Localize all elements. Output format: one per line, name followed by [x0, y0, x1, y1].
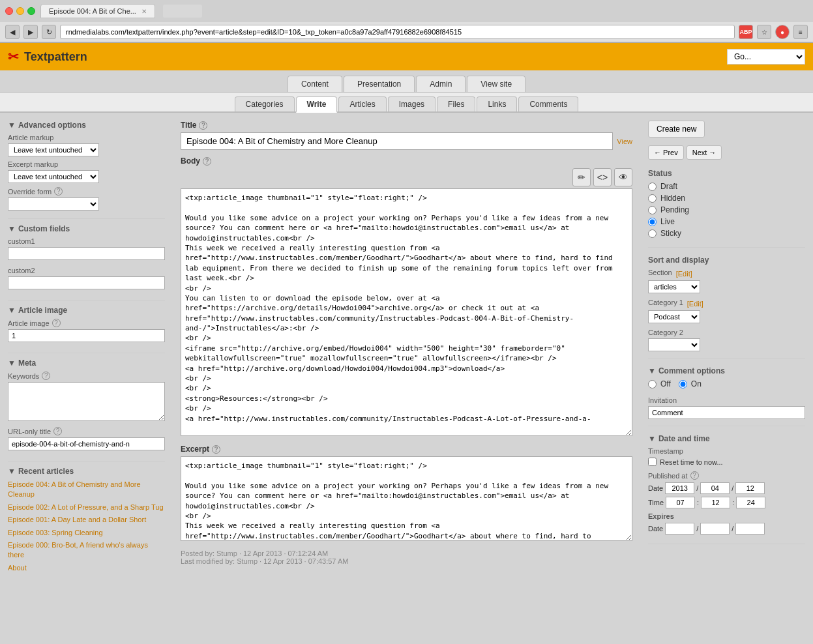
- meta-toggle[interactable]: ▼ Meta: [8, 359, 165, 368]
- divider-4: [8, 461, 165, 461]
- recent-article-6[interactable]: About: [8, 563, 165, 573]
- recent-article-4[interactable]: Episode 003: Spring Cleaning: [8, 528, 165, 538]
- time-min-input[interactable]: [701, 497, 730, 508]
- browser-tab[interactable]: Episode 004: A Bit of Che... ✕: [40, 4, 155, 18]
- date-day-input[interactable]: [735, 482, 765, 494]
- tab-view-site[interactable]: View site: [467, 76, 525, 92]
- browser-chrome: Episode 004: A Bit of Che... ✕ ◀ ▶ ↻ ABP…: [0, 0, 813, 43]
- record-icon[interactable]: ●: [775, 25, 790, 39]
- minimize-button[interactable]: [16, 7, 24, 15]
- date-label: Date: [648, 484, 663, 492]
- article-markup-select[interactable]: Leave text untouched Textile Markdown: [8, 143, 99, 156]
- next-button[interactable]: Next →: [687, 145, 722, 160]
- category2-select[interactable]: [648, 338, 700, 351]
- section-select[interactable]: articles: [648, 280, 700, 293]
- override-form-help-icon[interactable]: ?: [54, 187, 63, 196]
- article-image-input[interactable]: [8, 329, 165, 342]
- status-hidden[interactable]: Hidden: [648, 194, 805, 203]
- body-help-icon[interactable]: ?: [203, 157, 211, 166]
- divider-2: [8, 300, 165, 300]
- custom2-input[interactable]: [8, 276, 165, 289]
- excerpt-textarea[interactable]: <txp:article_image thumbnail="1" style="…: [181, 456, 632, 541]
- excerpt-markup-select[interactable]: Leave text untouched Textile Markdown: [8, 170, 99, 183]
- sub-tab-comments[interactable]: Comments: [518, 96, 578, 111]
- time-hour-input[interactable]: [666, 497, 695, 508]
- expires-year-input[interactable]: [665, 523, 694, 534]
- sub-tab-links[interactable]: Links: [477, 96, 517, 111]
- view-link[interactable]: View: [617, 138, 632, 145]
- custom1-input[interactable]: [8, 247, 165, 260]
- comment-off-option[interactable]: Off: [648, 379, 671, 388]
- status-draft[interactable]: Draft: [648, 182, 805, 191]
- forward-button[interactable]: ▶: [23, 25, 38, 39]
- article-image-toggle[interactable]: ▼ Article image: [8, 306, 165, 315]
- prev-button[interactable]: ← Prev: [648, 145, 684, 160]
- keywords-help-icon[interactable]: ?: [42, 372, 50, 380]
- go-select[interactable]: Go...: [727, 49, 805, 65]
- recent-article-1[interactable]: Episode 004: A Bit of Chemistry and More…: [8, 480, 165, 500]
- tab-presentation[interactable]: Presentation: [344, 76, 415, 92]
- code-button[interactable]: <>: [593, 168, 612, 186]
- recent-articles-toggle[interactable]: ▼ Recent articles: [8, 467, 165, 476]
- status-live-label: Live: [660, 217, 675, 226]
- address-bar[interactable]: [60, 25, 735, 39]
- sub-tab-files[interactable]: Files: [437, 96, 475, 111]
- bookmark-icon[interactable]: ☆: [757, 25, 771, 39]
- reset-time-checkbox[interactable]: [648, 458, 657, 466]
- url-only-help-icon[interactable]: ?: [53, 427, 62, 435]
- override-form-select[interactable]: [8, 198, 99, 211]
- custom-fields-toggle[interactable]: ▼ Custom fields: [8, 224, 165, 233]
- reset-time-label: Reset time to now...: [660, 458, 723, 466]
- status-live[interactable]: Live: [648, 217, 805, 226]
- excerpt-help-icon[interactable]: ?: [212, 445, 220, 454]
- sub-tab-images[interactable]: Images: [388, 96, 436, 111]
- category1-select[interactable]: Podcast: [648, 310, 700, 323]
- refresh-button[interactable]: ↻: [42, 25, 56, 39]
- comment-on-option[interactable]: On: [679, 379, 702, 388]
- status-pending[interactable]: Pending: [648, 205, 805, 214]
- body-editor-container: <txp:article_image thumbnail="1" style="…: [181, 188, 632, 438]
- recent-article-5[interactable]: Episode 000: Bro-Bot, A friend who's alw…: [8, 540, 165, 561]
- expires-month-input[interactable]: [700, 523, 730, 534]
- date-time-toggle[interactable]: ▼ Date and time: [648, 434, 805, 443]
- published-at-help-icon[interactable]: ?: [690, 471, 699, 480]
- section-edit-link[interactable]: [Edit]: [676, 270, 692, 278]
- preview-button[interactable]: 👁: [614, 168, 632, 186]
- create-new-button[interactable]: Create new: [648, 121, 705, 138]
- status-sticky-label: Sticky: [660, 229, 681, 238]
- time-sec-input[interactable]: [736, 497, 765, 508]
- invitation-input[interactable]: [648, 406, 805, 419]
- maximize-button[interactable]: [27, 7, 35, 15]
- recent-articles-arrow: ▼: [8, 467, 16, 476]
- keywords-textarea[interactable]: [8, 382, 165, 421]
- expires-day-input[interactable]: [735, 523, 765, 534]
- invitation-label: Invitation: [648, 396, 805, 404]
- tab-content[interactable]: Content: [288, 76, 342, 92]
- body-textarea[interactable]: <txp:article_image thumbnail="1" style="…: [181, 188, 632, 436]
- comment-options-arrow: ▼: [648, 366, 656, 375]
- sub-tab-articles[interactable]: Articles: [338, 96, 386, 111]
- title-input[interactable]: [181, 132, 613, 150]
- url-only-title-input[interactable]: [8, 437, 165, 450]
- comment-options-toggle[interactable]: ▼ Comment options: [648, 366, 805, 375]
- category1-label: Category 1: [648, 299, 683, 306]
- close-button[interactable]: [5, 7, 13, 15]
- recent-article-2[interactable]: Episode 002: A Lot of Pressure, and a Sh…: [8, 503, 165, 512]
- title-help-icon[interactable]: ?: [199, 121, 207, 130]
- date-month-input[interactable]: [700, 482, 730, 494]
- tab-admin[interactable]: Admin: [416, 76, 466, 92]
- advanced-options-toggle[interactable]: ▼ Advanced options: [8, 121, 165, 130]
- adblock-icon[interactable]: ABP: [739, 25, 753, 39]
- sub-tab-categories[interactable]: Categories: [235, 96, 295, 111]
- custom-fields-arrow: ▼: [8, 224, 16, 233]
- sub-tab-write[interactable]: Write: [296, 96, 338, 113]
- tab-close-icon[interactable]: ✕: [141, 8, 147, 15]
- status-sticky[interactable]: Sticky: [648, 229, 805, 238]
- recent-article-3[interactable]: Episode 001: A Day Late and a Dollar Sho…: [8, 515, 165, 525]
- article-image-help-icon[interactable]: ?: [52, 319, 61, 327]
- category1-edit-link[interactable]: [Edit]: [687, 300, 703, 308]
- menu-icon[interactable]: ≡: [793, 25, 808, 39]
- pencil-button[interactable]: ✏: [572, 168, 591, 186]
- back-button[interactable]: ◀: [5, 25, 20, 39]
- date-year-input[interactable]: [665, 482, 694, 494]
